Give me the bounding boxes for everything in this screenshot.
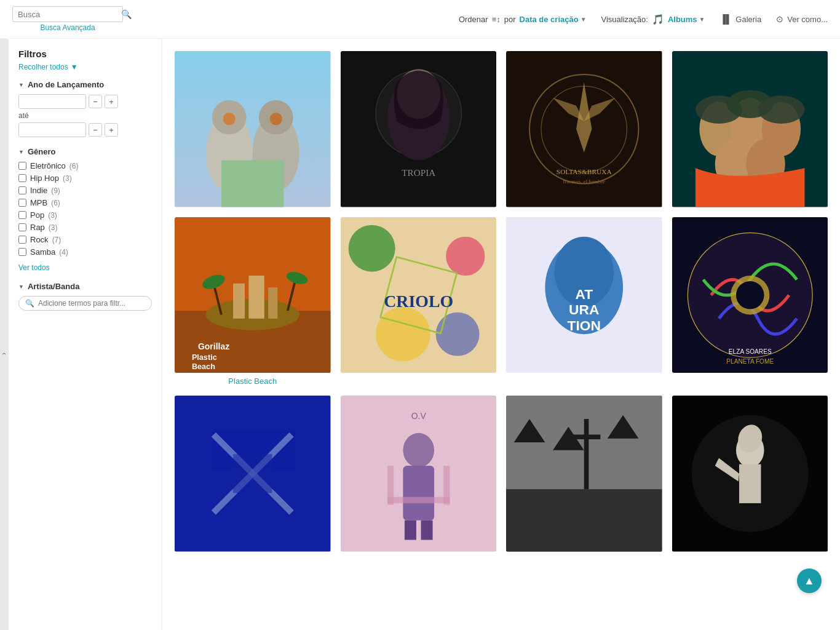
album-item-9[interactable] bbox=[175, 396, 331, 552]
genre-checkbox-4[interactable] bbox=[18, 211, 26, 219]
album-item-12[interactable] bbox=[672, 396, 828, 552]
album-cover-10: O.V bbox=[341, 396, 497, 552]
view-music-icon: 🎵 bbox=[652, 14, 664, 25]
svg-rect-78 bbox=[584, 419, 589, 489]
genre-filter-arrow: ▼ bbox=[18, 149, 24, 155]
genre-list: Eletrônico (6) Hip Hop (3) Indie (9) MPB… bbox=[18, 161, 152, 257]
genre-count-1: (3) bbox=[63, 174, 72, 183]
svg-text:Gorillaz: Gorillaz bbox=[198, 341, 229, 351]
svg-rect-76 bbox=[506, 489, 662, 551]
genre-filter-header[interactable]: ▼ Gênero bbox=[18, 147, 152, 156]
by-label: por bbox=[504, 15, 516, 24]
album-art-8: ELZA SOARES PLANETA FOME bbox=[672, 217, 828, 373]
ver-como-group[interactable]: ⊙ Ver como... bbox=[776, 14, 828, 24]
recolher-todos-button[interactable]: Recolher todos ▼ bbox=[18, 63, 152, 71]
genre-name-5: Rap bbox=[30, 223, 45, 232]
ver-como-icon: ⊙ bbox=[776, 14, 783, 24]
album-item-10[interactable]: O.V bbox=[341, 396, 497, 552]
year-from-input[interactable] bbox=[18, 94, 86, 109]
search-input[interactable] bbox=[18, 10, 121, 19]
album-label-5: Plastic Beach bbox=[228, 377, 277, 386]
svg-point-6 bbox=[270, 113, 282, 125]
album-item-1[interactable] bbox=[175, 51, 331, 207]
svg-point-57 bbox=[735, 281, 764, 309]
artist-filter-arrow: ▼ bbox=[18, 284, 24, 290]
artist-search-box: 🔍 bbox=[18, 296, 152, 311]
album-cover-9 bbox=[175, 396, 331, 552]
genre-checkbox-3[interactable] bbox=[18, 199, 26, 207]
ver-como-label: Ver como... bbox=[787, 15, 828, 24]
view-value[interactable]: Albums ▼ bbox=[668, 15, 705, 24]
genre-item-mpb: MPB (6) bbox=[18, 198, 152, 207]
year-filter-header[interactable]: ▼ Ano de Lançamento bbox=[18, 80, 152, 89]
genre-item-indie: Indie (9) bbox=[18, 186, 152, 195]
svg-rect-73 bbox=[443, 466, 450, 504]
recolher-todos-arrow: ▼ bbox=[71, 63, 78, 71]
svg-rect-79 bbox=[573, 434, 601, 439]
genre-checkbox-0[interactable] bbox=[18, 162, 26, 170]
scroll-top-button[interactable]: ▲ bbox=[797, 568, 822, 593]
artist-search-input[interactable] bbox=[38, 299, 145, 308]
genre-checkbox-7[interactable] bbox=[18, 248, 26, 256]
year-from-increase[interactable]: + bbox=[105, 95, 118, 108]
sort-value[interactable]: Data de criação ▼ bbox=[520, 15, 587, 24]
genre-checkbox-6[interactable] bbox=[18, 236, 26, 244]
genre-filter-section: ▼ Gênero Eletrônico (6) Hip Hop (3) Indi… bbox=[18, 147, 152, 272]
search-button[interactable]: 🔍 bbox=[121, 9, 132, 19]
album-item-6[interactable]: CRIOLO bbox=[341, 217, 497, 386]
genre-count-7: (4) bbox=[59, 248, 68, 257]
album-cover-6: CRIOLO bbox=[341, 217, 497, 373]
svg-text:Beach: Beach bbox=[192, 362, 215, 371]
year-to-decrease[interactable]: − bbox=[89, 123, 102, 137]
sort-dropdown-arrow: ▼ bbox=[580, 16, 587, 23]
ver-todos-link[interactable]: Ver todos bbox=[18, 263, 50, 272]
toolbar-controls: Ordenar ≡↕ por Data de criação ▼ Visuali… bbox=[459, 14, 828, 25]
genre-checkbox-1[interactable] bbox=[18, 174, 26, 182]
genre-checkbox-5[interactable] bbox=[18, 223, 26, 231]
sidebar-toggle-button[interactable]: ‹ bbox=[0, 39, 9, 630]
genre-count-6: (7) bbox=[52, 236, 61, 244]
gallery-label: Galeria bbox=[735, 15, 761, 24]
genre-name-4: Pop bbox=[30, 210, 44, 220]
toolbar: 🔍 Busca Avançada Ordenar ≡↕ por Data de … bbox=[0, 0, 840, 39]
search-wrapper: 🔍 Busca Avançada bbox=[12, 6, 123, 32]
year-to-increase[interactable]: + bbox=[105, 123, 118, 137]
album-art-3: SOLTAS&BRUXA fracasos, el hambre bbox=[506, 51, 662, 207]
album-grid: TROPIA SOLTAS&BRUXA fracasos, el hambre bbox=[175, 51, 828, 552]
genre-checkbox-2[interactable] bbox=[18, 186, 26, 194]
album-item-2[interactable]: TROPIA bbox=[341, 51, 497, 207]
genre-count-5: (3) bbox=[49, 223, 58, 232]
svg-rect-69 bbox=[404, 520, 416, 540]
genre-name-0: Eletrônico bbox=[30, 161, 66, 170]
genre-name-6: Rock bbox=[30, 235, 49, 244]
advanced-search-link[interactable]: Busca Avançada bbox=[12, 23, 123, 32]
svg-point-42 bbox=[446, 236, 485, 275]
album-cover-2: TROPIA bbox=[341, 51, 497, 207]
genre-name-3: MPB bbox=[30, 198, 47, 207]
year-range: − + até − + bbox=[18, 94, 152, 137]
svg-text:TION: TION bbox=[568, 317, 601, 333]
svg-rect-83 bbox=[739, 465, 761, 503]
album-item-8[interactable]: ELZA SOARES PLANETA FOME bbox=[672, 217, 828, 386]
album-item-4[interactable] bbox=[672, 51, 828, 207]
svg-text:PLANETA FOME: PLANETA FOME bbox=[726, 358, 774, 365]
year-filter-label: Ano de Lançamento bbox=[28, 80, 104, 89]
artist-filter-header[interactable]: ▼ Artista/Banda bbox=[18, 282, 152, 291]
year-to-input[interactable] bbox=[18, 122, 86, 137]
album-item-7[interactable]: AT URA TION bbox=[506, 217, 662, 386]
album-cover-11 bbox=[506, 396, 662, 552]
album-item-3[interactable]: SOLTAS&BRUXA fracasos, el hambre bbox=[506, 51, 662, 207]
album-item-5[interactable]: Gorillaz Plastic Beach Plastic Beach bbox=[175, 217, 331, 386]
sidebar: Filtros Recolher todos ▼ ▼ Ano de Lançam… bbox=[9, 39, 162, 630]
album-art-4 bbox=[672, 51, 828, 207]
svg-rect-64 bbox=[233, 454, 272, 493]
svg-point-5 bbox=[223, 113, 236, 125]
album-art-7: AT URA TION bbox=[506, 217, 662, 373]
album-art-5: Gorillaz Plastic Beach bbox=[175, 217, 331, 373]
svg-rect-7 bbox=[221, 160, 283, 207]
gallery-group[interactable]: ▐▌ Galeria bbox=[719, 14, 761, 24]
genre-item-rock: Rock (7) bbox=[18, 235, 152, 244]
genre-item-rap: Rap (3) bbox=[18, 223, 152, 232]
album-item-11[interactable] bbox=[506, 396, 662, 552]
year-from-decrease[interactable]: − bbox=[89, 95, 102, 108]
